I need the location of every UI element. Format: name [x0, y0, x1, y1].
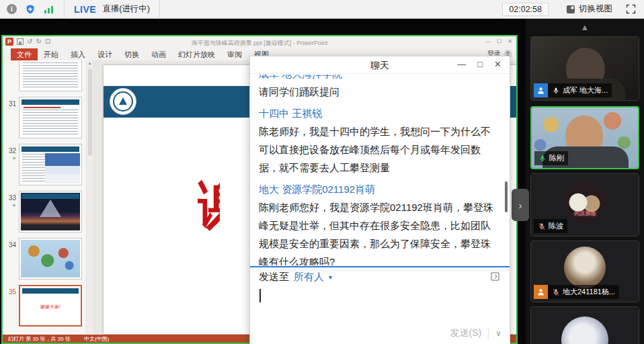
- participant-name: 陈刚: [549, 153, 564, 163]
- meeting-app: i LIVE 直播(进行中) 02:02:58: [0, 0, 644, 344]
- send-options-chevron[interactable]: ∨: [495, 329, 501, 338]
- chat-close-button[interactable]: ✕: [494, 59, 501, 69]
- ppt-window-controls: — ☐ ✕: [485, 38, 512, 44]
- message-text: 陈老师好，我是十四中的学生，我想问一下为什么不可以直接把设备放在峰顶然后每个月或…: [259, 122, 498, 177]
- participant-name: 陈波: [549, 221, 563, 231]
- switch-view-button[interactable]: 切换视图: [566, 3, 612, 15]
- mic-muted-icon: [552, 288, 560, 296]
- switch-view-label: 切换视图: [579, 3, 612, 15]
- meeting-timer: 02:02:58: [502, 3, 549, 16]
- slide-number: 34: [9, 241, 16, 249]
- shield-icon[interactable]: [25, 4, 36, 15]
- slide-number: 32: [9, 147, 16, 155]
- host-badge-icon: [534, 83, 548, 97]
- network-signal-icon[interactable]: [44, 5, 54, 14]
- slide-thumbnail-31[interactable]: 31: [4, 97, 86, 140]
- message-text: 陈刚老师您好，我是资源学院021192班肖萌，攀登珠峰无疑是壮举，但其中存在很多…: [259, 198, 498, 265]
- university-logo: [110, 88, 136, 115]
- switch-view-icon: [566, 5, 575, 14]
- slide-thumbnail-35-current[interactable]: 35 谢谢大家!: [4, 285, 86, 328]
- divider: [488, 327, 489, 339]
- language-status: 中文(中国): [84, 335, 109, 343]
- mic-icon: [552, 87, 560, 95]
- slide-thumbnail-30[interactable]: 30: [4, 60, 86, 93]
- slide-closing-text-partial: 谢谢大家!: [198, 178, 220, 236]
- ppt-close-button[interactable]: ✕: [508, 38, 512, 44]
- participant-avatar: [561, 316, 608, 344]
- chat-window-controls: — □ ✕: [457, 59, 501, 69]
- message-sender: 地大 资源学院021192肖萌: [259, 183, 498, 196]
- fullscreen-button[interactable]: [626, 4, 636, 14]
- scroll-up-arrow[interactable]: ▲: [526, 22, 644, 32]
- chat-title-bar: 聊天 — □ ✕: [250, 56, 510, 74]
- participant-name: 地大241181杨...: [563, 287, 615, 297]
- chat-footer: 发送(S) ∨: [450, 327, 501, 339]
- slide-thumbnail-panel: 30 31: [3, 60, 86, 335]
- tab-design[interactable]: 设计: [91, 48, 118, 61]
- tab-insert[interactable]: 插入: [65, 48, 91, 61]
- animation-star-icon: ✳: [4, 203, 16, 208]
- participant-tile-3[interactable]: 武汉加油 陈波: [530, 173, 639, 236]
- top-bar: i LIVE 直播(进行中) 02:02:58: [0, 0, 644, 19]
- co-host-badge-icon: [534, 285, 548, 299]
- message-text: 请同学们踊跃提问: [259, 83, 498, 101]
- participant-avatar: [564, 247, 606, 288]
- live-badge: LIVE: [74, 4, 96, 15]
- message-sender: 十四中 王祺锐: [259, 108, 498, 120]
- tab-file[interactable]: 文件: [11, 48, 38, 61]
- participant-tile-5[interactable]: [530, 306, 639, 344]
- ppt-title-bar: P ↺ ↻ ⊡ 海平面与珠峰高程测量.ppt [兼容模式] - PowerPoi…: [3, 36, 516, 48]
- live-status-text: 直播(进行中): [102, 3, 150, 15]
- fullscreen-icon: [626, 4, 636, 14]
- participants-sidebar: ▲ 成军 地大海...: [526, 19, 644, 344]
- avatar-caption: 武汉加油: [564, 210, 606, 217]
- slide-count-status: 幻灯片 第 35 张，共 35 张: [8, 335, 71, 343]
- ppt-restore-button[interactable]: ☐: [497, 38, 501, 44]
- mic-muted-icon: [538, 222, 546, 230]
- slide-thumbnail-32[interactable]: 32 ✳: [4, 144, 86, 187]
- slide-number: 33: [9, 194, 16, 202]
- tab-transitions[interactable]: 切换: [118, 48, 145, 61]
- mic-active-icon: [538, 155, 547, 163]
- participant-name: 成军 地大海...: [563, 85, 608, 95]
- tab-slideshow[interactable]: 幻灯片放映: [172, 48, 221, 61]
- chat-minimize-button[interactable]: —: [457, 59, 466, 69]
- slide-number: 31: [9, 100, 16, 108]
- slide-thumbnail-34[interactable]: 34: [4, 238, 86, 281]
- info-icon[interactable]: i: [7, 4, 17, 14]
- chat-scrollbar-thumb[interactable]: [505, 181, 508, 212]
- chat-window: 聊天 — □ ✕ 成军 地大海洋学院 请同学们踊跃提问 十四中 王祺锐 陈老师好…: [250, 56, 510, 344]
- tab-animations[interactable]: 动画: [145, 48, 172, 61]
- chat-message-list: 成军 地大海洋学院 请同学们踊跃提问 十四中 王祺锐 陈老师好，我是十四中的学生…: [259, 75, 498, 265]
- sidebar-collapse-handle[interactable]: ›: [512, 189, 529, 221]
- slide-thumbnail-33[interactable]: 33 ✳: [4, 191, 86, 234]
- slide-number: 35: [9, 288, 16, 296]
- chat-input-area[interactable]: [255, 280, 504, 318]
- participant-tile-1[interactable]: 成军 地大海...: [530, 36, 639, 101]
- thumb-closing-text: 谢谢大家!: [20, 304, 81, 310]
- animation-star-icon: ✳: [4, 156, 16, 161]
- send-button[interactable]: 发送(S): [450, 327, 482, 339]
- top-bar-right: 02:02:58 切换视图: [502, 3, 644, 16]
- participant-avatar: 武汉加油: [564, 181, 606, 222]
- message-sender: 成军 地大海洋学院: [259, 75, 498, 81]
- slide-panel-scrollbar[interactable]: ▲: [86, 60, 93, 335]
- ppt-window-title: 海平面与珠峰高程测量.ppt [兼容模式] - PowerPoint: [3, 39, 516, 48]
- tab-home[interactable]: 开始: [38, 48, 65, 61]
- ppt-minimize-button[interactable]: —: [485, 38, 491, 44]
- tab-review[interactable]: 审阅: [221, 48, 248, 61]
- participant-tile-4[interactable]: 地大241181杨...: [530, 241, 639, 302]
- live-status-group: LIVE 直播(进行中): [64, 0, 160, 19]
- chat-maximize-button[interactable]: □: [477, 59, 483, 69]
- input-focus-divider: [250, 266, 510, 267]
- participant-tile-2-active-speaker[interactable]: 陈刚: [530, 106, 639, 169]
